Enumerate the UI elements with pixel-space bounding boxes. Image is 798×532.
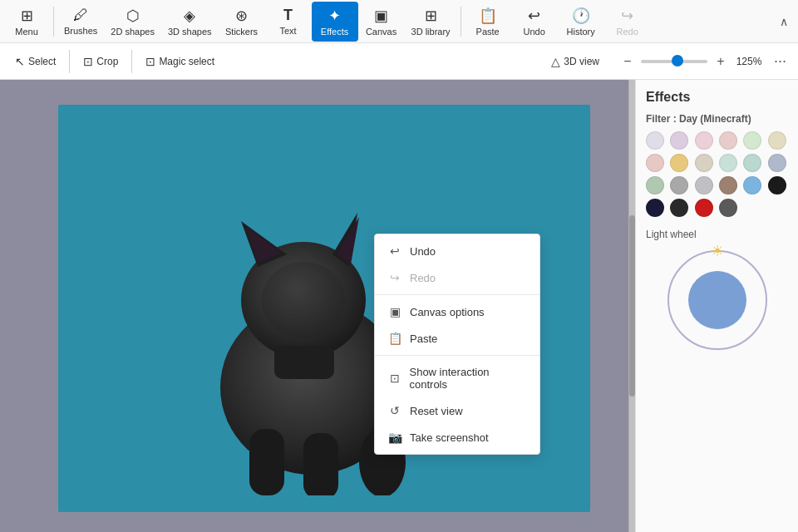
crop-icon: ⊡ — [83, 55, 93, 68]
color-swatch-6[interactable] — [646, 154, 664, 172]
color-swatch-20[interactable] — [695, 199, 713, 217]
magic-select-label: Magic select — [159, 56, 214, 67]
scrollbar-thumb[interactable] — [629, 215, 635, 397]
tools-bar: ↖ Select ⊡ Crop ⊡ Magic select △ 3D view… — [0, 43, 798, 80]
color-swatch-8[interactable] — [695, 154, 713, 172]
ctx-redo-icon: ↪ — [388, 271, 401, 284]
ctx-redo[interactable]: ↪ Redo — [375, 264, 539, 291]
tools-sep-1 — [69, 50, 70, 73]
canvas-scrollbar[interactable] — [628, 80, 635, 532]
select-label: Select — [28, 56, 56, 67]
svg-rect-8 — [303, 433, 338, 495]
more-button[interactable]: ··· — [769, 49, 791, 73]
collapse-icon: ∧ — [780, 15, 788, 28]
zoom-slider[interactable] — [641, 60, 707, 63]
toolbar-effects-label: Effects — [321, 27, 348, 37]
select-tool[interactable]: ↖ Select — [7, 48, 64, 75]
effects-icon: ✦ — [328, 7, 341, 25]
color-swatch-15[interactable] — [719, 176, 737, 195]
color-swatch-0[interactable] — [646, 131, 664, 150]
color-swatch-2[interactable] — [695, 131, 713, 150]
ctx-reset-icon: ↺ — [388, 404, 401, 417]
ctx-canvas-options[interactable]: ▣ Canvas options — [375, 298, 539, 325]
ctx-undo[interactable]: ↩ Undo — [375, 238, 539, 264]
svg-point-10 — [262, 262, 345, 338]
ctx-canvas-options-label: Canvas options — [410, 306, 485, 318]
canvas-area[interactable]: ↩ Undo ↪ Redo ▣ Canvas options 📋 Paste ⊡… — [0, 80, 635, 532]
color-swatch-17[interactable] — [768, 176, 786, 195]
redo-icon: ↪ — [621, 7, 633, 25]
toolbar-2d-shapes[interactable]: ⬡ 2D shapes — [104, 2, 161, 42]
3d-view-label: 3D view — [564, 56, 599, 67]
color-swatch-16[interactable] — [743, 176, 761, 195]
ctx-reset-view-label: Reset view — [410, 405, 463, 417]
crop-tool[interactable]: ⊡ Crop — [75, 48, 126, 75]
color-grid — [646, 131, 788, 217]
zoom-plus-button[interactable]: + — [712, 54, 729, 69]
toolbar-3d-library-label: 3D library — [411, 27, 451, 37]
color-swatch-12[interactable] — [646, 176, 664, 195]
toolbar-effects[interactable]: ✦ Effects — [312, 2, 358, 42]
toolbar-history-label: History — [567, 27, 595, 37]
panel-title: Effects — [646, 90, 788, 105]
color-swatch-19[interactable] — [670, 199, 688, 217]
ctx-undo-label: Undo — [410, 245, 436, 258]
light-wheel[interactable]: ☀ — [646, 250, 788, 350]
magic-select-tool[interactable]: ⊡ Magic select — [137, 48, 223, 75]
zoom-minus-button[interactable]: − — [619, 54, 636, 69]
sun-icon: ☀ — [711, 242, 724, 260]
right-panel: Effects Filter : Day (Minecraft) Light w… — [635, 80, 798, 532]
toolbar-canvas-label: Canvas — [366, 27, 397, 37]
color-swatch-21[interactable] — [719, 199, 737, 217]
color-swatch-14[interactable] — [695, 176, 713, 195]
toolbar-stickers[interactable]: ⊛ Stickers — [219, 2, 265, 42]
toolbar-paste[interactable]: 📋 Paste — [465, 2, 511, 42]
toolbar-redo[interactable]: ↪ Redo — [604, 2, 651, 42]
ctx-reset-view[interactable]: ↺ Reset view — [375, 397, 539, 424]
filter-label: Filter : Day (Minecraft) — [646, 113, 788, 125]
toolbar-brushes[interactable]: 🖊 Brushes — [57, 2, 104, 42]
toolbar-history[interactable]: 🕐 History — [558, 2, 604, 42]
toolbar-canvas[interactable]: ▣ Canvas — [358, 2, 405, 42]
3d-library-icon: ⊞ — [425, 7, 437, 25]
color-swatch-9[interactable] — [719, 154, 737, 172]
color-swatch-10[interactable] — [743, 154, 761, 172]
toolbar-text[interactable]: T Text — [265, 2, 312, 42]
toolbar-text-label: Text — [279, 26, 296, 36]
3d-view-btn[interactable]: △ 3D view — [543, 48, 608, 75]
canvas-icon: ▣ — [374, 7, 388, 25]
zoom-thumb[interactable] — [672, 55, 683, 66]
wheel-container[interactable]: ☀ — [667, 250, 767, 350]
select-icon: ↖ — [15, 55, 25, 68]
undo-icon: ↩ — [528, 7, 540, 25]
history-icon: 🕐 — [572, 7, 590, 25]
stickers-icon: ⊛ — [235, 7, 248, 25]
color-swatch-5[interactable] — [768, 131, 786, 150]
light-wheel-label: Light wheel — [646, 229, 788, 240]
color-swatch-3[interactable] — [719, 131, 737, 150]
magic-select-icon: ⊡ — [145, 55, 155, 68]
toolbar-menu[interactable]: ⊞ Menu — [3, 2, 50, 42]
color-swatch-11[interactable] — [768, 154, 786, 172]
ctx-paste[interactable]: 📋 Paste — [375, 325, 539, 352]
color-swatch-18[interactable] — [646, 199, 664, 217]
ctx-screenshot[interactable]: 📷 Take screenshot — [375, 424, 539, 451]
color-swatch-4[interactable] — [743, 131, 761, 150]
ctx-show-interaction[interactable]: ⊡ Show interaction controls — [375, 359, 539, 397]
3d-shapes-icon: ◈ — [184, 7, 195, 25]
toolbar-sep-1 — [53, 7, 54, 37]
wheel-center-dot — [688, 271, 746, 329]
toolbar-3d-library[interactable]: ⊞ 3D library — [405, 2, 457, 42]
toolbar-3d-shapes[interactable]: ◈ 3D shapes — [161, 2, 219, 42]
toolbar-collapse[interactable]: ∧ — [780, 14, 795, 29]
ctx-show-interaction-label: Show interaction controls — [409, 366, 526, 391]
zoom-percent: 125% — [734, 56, 764, 67]
brushes-icon: 🖊 — [73, 7, 88, 24]
ctx-screenshot-icon: 📷 — [388, 431, 401, 444]
toolbar-3d-shapes-label: 3D shapes — [168, 27, 212, 37]
toolbar-undo[interactable]: ↩ Undo — [511, 2, 558, 42]
color-swatch-7[interactable] — [670, 154, 688, 172]
toolbar-2d-shapes-label: 2D shapes — [111, 27, 155, 37]
color-swatch-1[interactable] — [670, 131, 688, 150]
color-swatch-13[interactable] — [670, 176, 688, 195]
